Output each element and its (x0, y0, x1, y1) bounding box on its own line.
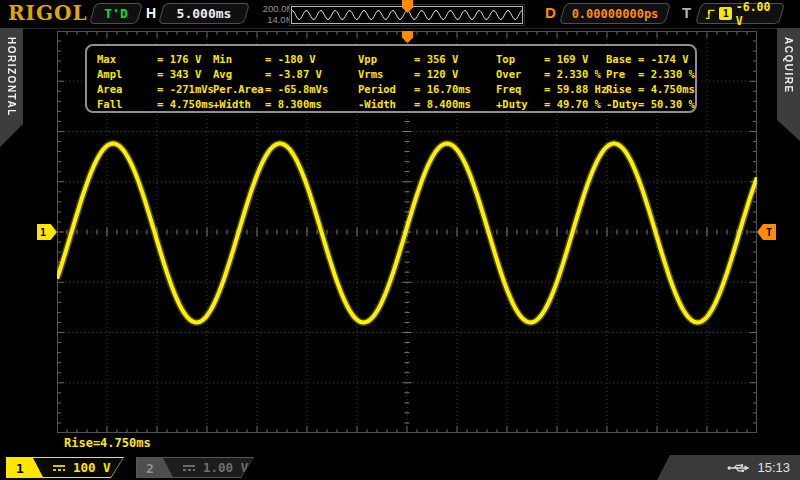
trigger-level-value: -6.00 V (736, 0, 782, 28)
measurement-+Width: +Width= 8.300ms (213, 96, 358, 111)
channel1-scale: 100 V (73, 460, 111, 475)
rising-edge-icon (705, 6, 715, 21)
status-panel: 15:13 (657, 455, 800, 480)
sidebar-tab-horizontal-label: HORIZONTAL (6, 37, 17, 147)
measurement-Max: Max= 176 V (97, 51, 213, 66)
measurement-Vpp: Vpp= 356 V (358, 51, 496, 66)
trigger-settings-box[interactable]: 1 -6.00 V (698, 3, 782, 24)
channel1-number: 1 (16, 461, 24, 476)
channel2-number: 2 (146, 461, 154, 476)
timebase-value: 5.000ms (177, 6, 232, 21)
channel2-badge: 2 (137, 458, 174, 479)
measurements-grid: Max= 176 VMin= -180 VVpp= 356 VTop= 169 … (87, 46, 695, 111)
trigger-label: T (682, 4, 691, 21)
delay-box[interactable]: 0.00000000ps (562, 3, 668, 24)
delay-label: D (545, 4, 556, 21)
channel1-badge: 1 (7, 458, 44, 479)
measurement-Top: Top= 169 V (496, 51, 606, 66)
measurement-Avg: Avg= -3.87 V (213, 66, 358, 81)
measurement-Over: Over= 2.330 % (496, 66, 606, 81)
measurement-+Duty: +Duty= 49.70 % (496, 96, 606, 111)
trigger-marker-label: T (766, 227, 772, 238)
measurement-Period: Period= 16.70ms (358, 81, 496, 96)
measurement--Width: -Width= 8.400ms (358, 96, 496, 111)
measurement-Vrms: Vrms= 120 V (358, 66, 496, 81)
measurement-Fall: Fall= 4.750ms (97, 96, 213, 111)
clock: 15:13 (757, 460, 790, 475)
channel2-button[interactable]: 2 1.00 V (136, 457, 254, 478)
dc-coupling-icon (53, 465, 65, 471)
channel1-button-body: 1 100 V (7, 458, 123, 477)
brand-logo: RIGOL (8, 1, 88, 25)
measurement-Rise: Rise= 4.750ms (606, 81, 695, 96)
measurement-Ampl: Ampl= 343 V (97, 66, 213, 81)
measurement-Per.Area: Per.Area= -65.8mVs (213, 81, 358, 96)
horizontal-label: H (146, 5, 156, 21)
delay-value: 0.00000000ps (572, 7, 659, 21)
measurement-Freq: Freq= 59.88 Hz (496, 81, 606, 96)
measurement-Base: Base= -174 V (606, 51, 695, 66)
trigger-status-text: T'D (104, 6, 127, 21)
measurement-Min: Min= -180 V (213, 51, 358, 66)
trigger-level-marker[interactable]: T (757, 224, 776, 240)
channel2-button-body: 2 1.00 V (137, 458, 253, 477)
oscilloscope-screen: RIGOL T'D H 5.000ms 200.0MSa/s 14.0M pts… (0, 0, 800, 480)
trigger-status-badge[interactable]: T'D (92, 3, 140, 24)
timebase-box[interactable]: 5.000ms (161, 3, 247, 24)
measurements-panel: Max= 176 VMin= -180 VVpp= 356 VTop= 169 … (85, 44, 697, 113)
sidebar-tab-acquire-label: ACQUIRE (783, 37, 794, 141)
channel1-level-marker[interactable]: 1 (37, 224, 57, 240)
channel1-marker-label: 1 (40, 227, 46, 238)
channel2-scale: 1.00 V (203, 460, 248, 475)
usb-icon (727, 462, 751, 474)
sidebar-tab-acquire[interactable]: ACQUIRE (777, 28, 800, 141)
rise-time-readout: Rise=4.750ms (64, 436, 151, 450)
channel1-button[interactable]: 1 100 V (6, 457, 124, 478)
measurement-Pre: Pre= 2.330 % (606, 66, 695, 81)
trigger-source-badge: 1 (719, 7, 731, 20)
sidebar-tab-horizontal[interactable]: HORIZONTAL (0, 28, 23, 147)
measurement--Duty: -Duty= 50.30 % (606, 96, 695, 111)
dc-coupling-icon (183, 465, 195, 471)
measurement-Area: Area= -271mVs (97, 81, 213, 96)
